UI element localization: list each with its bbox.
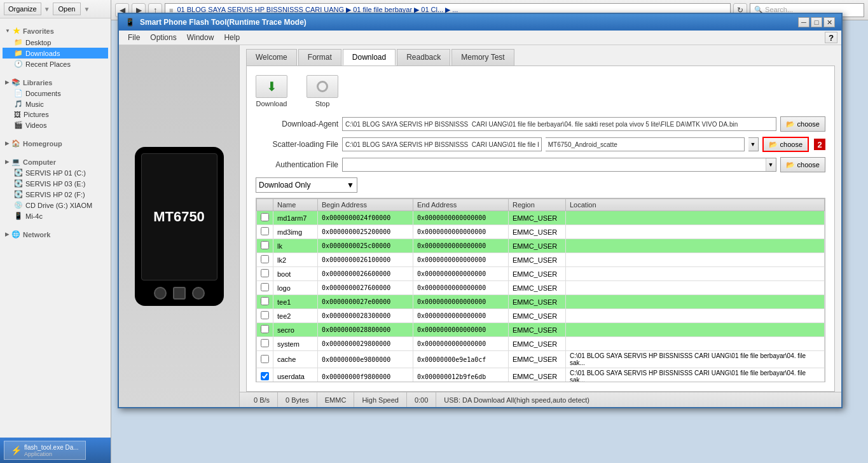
maximize-button[interactable]: □ [811, 17, 822, 27]
row-checkbox[interactable] [261, 325, 269, 333]
row-checkbox[interactable] [261, 311, 269, 319]
mode-dropdown-row: Download Only ▼ [256, 177, 825, 193]
nav-item-downloads[interactable]: 📁 Downloads [3, 48, 108, 59]
row-checkbox[interactable] [261, 269, 269, 277]
auth-input[interactable] [343, 158, 766, 171]
organize-button[interactable]: Organize [4, 3, 41, 15]
favorites-header[interactable]: ▼ ★ Favorites [3, 24, 108, 37]
choose-download-agent-button[interactable]: 📂 choose [780, 116, 825, 132]
close-button[interactable]: ✕ [823, 17, 835, 27]
libraries-header[interactable]: ▶ 📚 Libraries [3, 76, 108, 88]
homegroup-header[interactable]: ▶ 🏠 Homegroup [3, 137, 108, 149]
table-row: tee20x00000000283000000x0000000000000000… [257, 309, 825, 323]
partition-table-container: Name Begin Address End Address Region Lo… [256, 198, 825, 382]
row-region: EMMC_USER [509, 368, 566, 383]
download-label: Download [256, 100, 287, 107]
row-location [566, 239, 825, 253]
flash-body: MT6750 Welcome Format Download Readback [119, 45, 841, 407]
nav-item-recent-places[interactable]: 🕐 Recent Places [3, 59, 108, 69]
taskbar-area: ⚡ flash_tool.exe Da... Application [0, 438, 111, 463]
download-agent-input[interactable] [342, 117, 776, 131]
nav-item-desktop[interactable]: 📁 Desktop [3, 37, 108, 48]
row-checkbox[interactable] [261, 283, 269, 291]
nav-item-music[interactable]: 🎵 Music [3, 99, 108, 109]
network-header[interactable]: ▶ 🌐 Network [3, 228, 108, 240]
folder-icon-scatter: 📂 [769, 141, 778, 149]
minimize-button[interactable]: ─ [798, 17, 809, 27]
nav-item-servis-c[interactable]: 💽 SERVIS HP 01 (C:) [3, 167, 108, 178]
tab-memory-test[interactable]: Memory Test [451, 49, 514, 66]
row-name: lk2 [273, 253, 318, 267]
auth-input-container: ▼ [342, 158, 776, 172]
scatter-dropdown-arrow[interactable]: ▼ [748, 137, 759, 151]
table-row: cache0x00000000e98000000x00000000e9e1a0c… [257, 351, 825, 368]
scatter-dropdown-input[interactable] [546, 137, 745, 151]
tab-format[interactable]: Format [298, 49, 341, 66]
taskbar-flash-tool[interactable]: ⚡ flash_tool.exe Da... Application [4, 441, 86, 460]
scatter-input[interactable] [342, 137, 542, 151]
menu-window[interactable]: Window [182, 32, 219, 43]
drive-e-icon: 💽 [14, 179, 23, 188]
computer-header[interactable]: ▶ 💻 Computer [3, 155, 108, 167]
status-bar: 0 B/s 0 Bytes EMMC High Speed 0:00 [240, 392, 841, 407]
row-checkbox[interactable] [261, 372, 269, 380]
menu-file[interactable]: File [123, 32, 145, 43]
row-checkbox[interactable] [261, 339, 269, 347]
tab-download[interactable]: Download [343, 49, 396, 66]
row-end: 0x0000000000000000 [413, 295, 509, 309]
status-bytes: 0 Bytes [278, 392, 317, 407]
cd-drive-icon: 💿 [14, 201, 23, 209]
choose-scatter-button[interactable]: 📂 choose [762, 137, 809, 152]
nav-item-servis-f[interactable]: 💽 SERVIS HP 02 (F:) [3, 189, 108, 200]
row-end: 0x0000000000000000 [413, 281, 509, 295]
stop-button[interactable] [307, 75, 338, 98]
tab-readback[interactable]: Readback [397, 49, 450, 66]
auth-dropdown-arrow[interactable]: ▼ [766, 158, 776, 171]
folder-icon-auth: 📂 [786, 161, 795, 169]
flash-title-text: Smart Phone Flash Tool(Runtime Trace Mod… [140, 18, 307, 27]
main-area: ◀ ▶ ↑ ≡ 01 BLOG SAYA SERVIS HP BISSNISSS… [111, 0, 868, 463]
choose-auth-button[interactable]: 📂 choose [780, 157, 825, 172]
menu-help[interactable]: Help [219, 32, 245, 43]
row-region: EMMC_USER [509, 351, 566, 368]
tab-welcome[interactable]: Welcome [246, 49, 297, 66]
homegroup-triangle: ▶ [5, 141, 9, 146]
row-checkbox[interactable] [261, 213, 269, 221]
homegroup-icon: 🏠 [11, 139, 20, 148]
scatter-label: Scatter-loading File [256, 140, 338, 149]
downloads-folder-icon: 📁 [14, 49, 23, 57]
row-checkbox[interactable] [261, 241, 269, 249]
nav-item-pictures[interactable]: 🖼 Pictures [3, 109, 108, 120]
download-button[interactable]: ⬇ [256, 75, 287, 98]
menu-options[interactable]: Options [145, 32, 181, 43]
row-name: cache [273, 351, 318, 368]
network-section: ▶ 🌐 Network [3, 228, 108, 240]
action-buttons: ⬇ Download Stop [256, 75, 825, 107]
nav-item-cd-drive[interactable]: 💿 CD Drive (G:) XIAOM [3, 200, 108, 211]
nav-item-mi4c[interactable]: 📱 Mi-4c [3, 211, 108, 221]
row-checkbox[interactable] [261, 227, 269, 235]
desktop-folder-icon: 📁 [14, 38, 23, 46]
row-location: C:\01 BLOG SAYA SERVIS HP BISSNISSS CARI… [566, 351, 825, 368]
row-checkbox[interactable] [261, 355, 269, 363]
row-name: boot [273, 267, 318, 281]
scatter-loading-row: Scatter-loading File ▼ 📂 choose 2 [256, 137, 825, 152]
libraries-triangle: ▶ [5, 79, 9, 85]
nav-item-documents[interactable]: 📄 Documents [3, 88, 108, 99]
videos-icon: 🎬 [14, 121, 23, 129]
nav-item-servis-e[interactable]: 💽 SERVIS HP 03 (E:) [3, 178, 108, 189]
table-row: lk20x00000000261000000x0000000000000000E… [257, 253, 825, 267]
phone-button-2 [173, 287, 186, 300]
nav-item-videos[interactable]: 🎬 Videos [3, 120, 108, 130]
open-button[interactable]: Open [53, 3, 81, 15]
mode-dropdown[interactable]: Download Only ▼ [256, 177, 357, 193]
row-name: md1arm7 [273, 211, 318, 225]
row-checkbox[interactable] [261, 255, 269, 263]
favorites-label: Favorites [23, 27, 54, 35]
row-name: tee1 [273, 295, 318, 309]
help-button[interactable]: ? [825, 32, 837, 43]
row-checkbox[interactable] [261, 297, 269, 305]
row-location: C:\01 BLOG SAYA SERVIS HP BISSNISSS CARI… [566, 368, 825, 383]
flash-tool-taskbar-icon: ⚡ [11, 445, 22, 455]
row-region: EMMC_USER [509, 253, 566, 267]
